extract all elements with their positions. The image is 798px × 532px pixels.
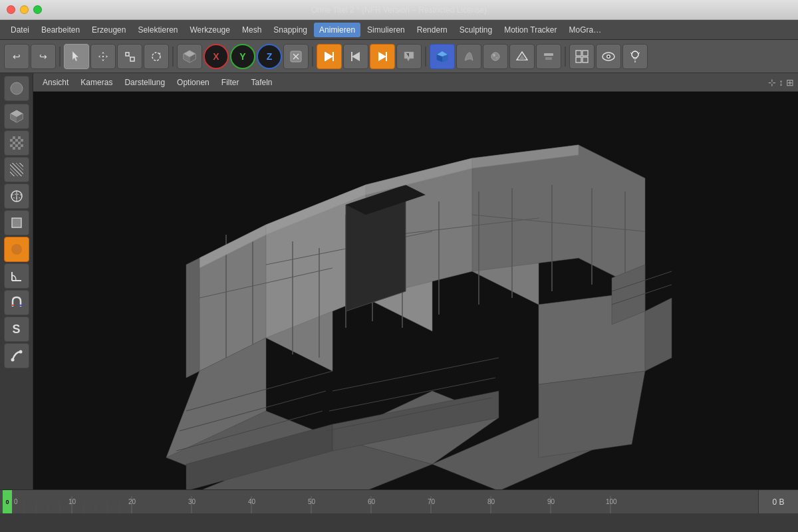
- eyes-icon: [602, 52, 615, 61]
- y-axis-button[interactable]: Y: [230, 44, 255, 69]
- rotate-icon: [150, 51, 162, 63]
- play-button[interactable]: [317, 44, 342, 69]
- separator-2: [172, 47, 174, 66]
- menu-rendern[interactable]: Rendern: [412, 23, 453, 37]
- lamp-button[interactable]: [622, 44, 648, 69]
- font-button[interactable]: S: [4, 317, 29, 342]
- local-space-icon: [289, 50, 303, 63]
- svg-point-56: [11, 358, 14, 362]
- sculpt2-button[interactable]: [483, 44, 508, 69]
- svg-rect-50: [12, 218, 21, 227]
- hatch-icon: [10, 163, 23, 176]
- svg-line-39: [630, 53, 632, 54]
- window-title: Ohne Titel 2 * (NFR Version – Restricted…: [311, 5, 487, 15]
- sculpt4-button[interactable]: [536, 44, 561, 69]
- rotate-tool-button[interactable]: [144, 44, 169, 69]
- sphere-button[interactable]: [4, 184, 29, 209]
- menu-mogra[interactable]: MoGra…: [564, 23, 607, 37]
- menu-motion-tracker[interactable]: Motion Tracker: [499, 23, 562, 37]
- menu-bearbeiten[interactable]: Bearbeiten: [36, 23, 85, 37]
- svg-rect-29: [545, 57, 552, 60]
- menu-mesh[interactable]: Mesh: [237, 23, 267, 37]
- svg-point-51: [11, 244, 22, 255]
- eyes-button[interactable]: [596, 44, 621, 69]
- active-sphere-button[interactable]: [4, 237, 29, 262]
- cube-small-button[interactable]: [4, 210, 29, 235]
- svg-text:10: 10: [68, 498, 76, 505]
- svg-rect-33: [583, 57, 588, 63]
- cursor-icon: [70, 51, 82, 63]
- active-sphere-icon: [10, 243, 23, 256]
- undo-button[interactable]: ↩: [4, 44, 29, 69]
- menu-erzeugen[interactable]: Erzeugen: [86, 23, 131, 37]
- viewport-filter[interactable]: Filter: [216, 76, 245, 89]
- menu-datei[interactable]: Datei: [5, 23, 35, 37]
- menu-selektieren[interactable]: Selektieren: [132, 23, 183, 37]
- maximize-button[interactable]: [33, 5, 42, 14]
- 3d-viewport[interactable]: [33, 92, 798, 489]
- menu-werkzeuge[interactable]: Werkzeuge: [184, 23, 235, 37]
- nav-cube-button[interactable]: [430, 44, 455, 69]
- svg-marker-10: [325, 52, 333, 61]
- viewport-ansicht[interactable]: Ansicht: [37, 76, 74, 89]
- close-button[interactable]: [7, 5, 15, 14]
- svg-marker-15: [378, 52, 386, 61]
- z-axis-button[interactable]: Z: [257, 44, 282, 69]
- svg-text:80: 80: [487, 498, 495, 505]
- maximize-viewport-icon[interactable]: ⊞: [786, 77, 794, 88]
- timeline-ruler[interactable]: 0 0 10 20 30 40 50 60 70: [0, 490, 758, 513]
- sculpt3-button[interactable]: [509, 44, 535, 69]
- record-button[interactable]: [396, 44, 422, 69]
- viewport-optionen[interactable]: Optionen: [172, 76, 215, 89]
- font-s-icon: S: [12, 323, 20, 336]
- menu-sculpting[interactable]: Sculpting: [454, 23, 497, 37]
- svg-marker-88: [539, 371, 645, 458]
- viewport-darstellung[interactable]: Darstellung: [119, 76, 170, 89]
- bend-button[interactable]: [4, 343, 29, 368]
- play-back-button[interactable]: [343, 44, 368, 69]
- local-space-button[interactable]: [283, 44, 309, 69]
- separator-5: [565, 47, 566, 66]
- redo-button[interactable]: ↪: [31, 44, 56, 69]
- minimize-button[interactable]: [20, 5, 29, 14]
- sculpt1-button[interactable]: [456, 44, 481, 69]
- viewport-tafeln[interactable]: Tafeln: [245, 76, 277, 89]
- svg-rect-32: [576, 57, 581, 63]
- menu-animieren[interactable]: Animieren: [314, 23, 360, 37]
- move-viewport-icon[interactable]: ⊹: [768, 77, 776, 88]
- checker-icon: [10, 136, 23, 150]
- play-fwd-button[interactable]: [370, 44, 395, 69]
- viewport-kameras[interactable]: Kameras: [75, 76, 118, 89]
- svg-text:40: 40: [248, 498, 256, 505]
- checker-button[interactable]: [4, 130, 29, 156]
- window-controls: [7, 5, 42, 14]
- sculpt1-icon: [463, 51, 475, 63]
- magnet-tool-button[interactable]: [4, 290, 29, 315]
- svg-point-24: [493, 54, 495, 57]
- move-icon: [97, 51, 109, 63]
- svg-text:0: 0: [14, 498, 18, 505]
- cube-icon: [182, 49, 197, 64]
- scale-tool-button[interactable]: [117, 44, 142, 69]
- angle-icon: [10, 269, 23, 283]
- select-tool-button[interactable]: [64, 44, 89, 69]
- x-axis-button[interactable]: X: [203, 44, 229, 69]
- angle-tool-button[interactable]: [4, 263, 29, 289]
- zoom-viewport-icon[interactable]: ↕: [779, 77, 783, 88]
- svg-line-3: [129, 56, 130, 57]
- grid-view-button[interactable]: [569, 44, 595, 69]
- svg-rect-12: [332, 52, 334, 61]
- svg-rect-1: [126, 53, 129, 56]
- svg-rect-14: [351, 52, 352, 61]
- svg-line-40: [638, 53, 640, 54]
- menu-simulieren[interactable]: Simulieren: [362, 23, 410, 37]
- viewport[interactable]: Ansicht Kameras Darstellung Optionen Fil…: [33, 73, 798, 489]
- menu-snapping[interactable]: Snapping: [268, 23, 313, 37]
- cube-nav-button[interactable]: [177, 44, 202, 69]
- bend-icon: [10, 349, 23, 362]
- grid-prim-button[interactable]: [4, 157, 29, 182]
- cube-prim-icon: [9, 109, 24, 124]
- move-tool-button[interactable]: [90, 44, 116, 69]
- magnet-icon: [10, 296, 23, 309]
- cube-primitive-button[interactable]: [4, 104, 29, 129]
